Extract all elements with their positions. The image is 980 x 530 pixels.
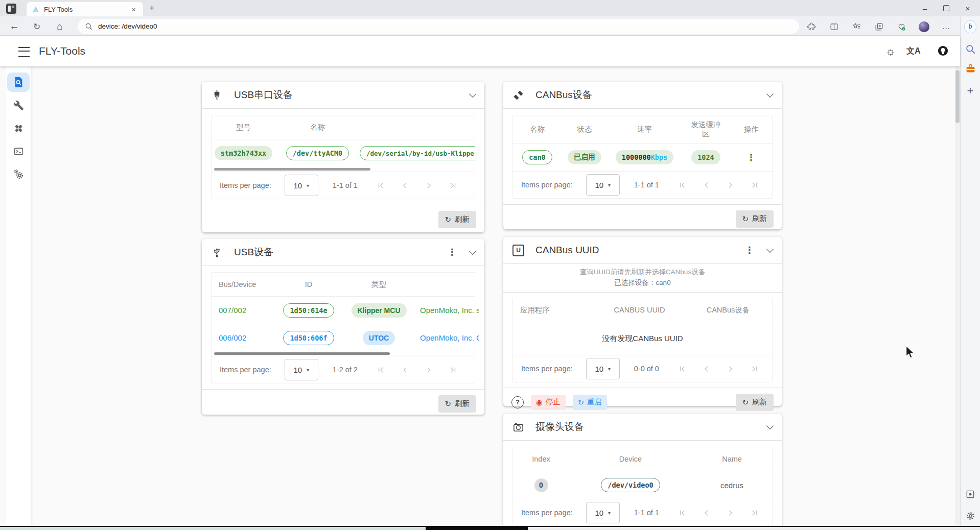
back-icon[interactable]: ← bbox=[7, 19, 21, 34]
sidebar-item-firmware[interactable] bbox=[7, 118, 30, 138]
refresh-page-icon[interactable]: ↻ bbox=[30, 19, 44, 34]
usb-vendor: OpenMoko, Inc. G bbox=[416, 333, 479, 342]
first-page-icon[interactable] bbox=[678, 364, 687, 374]
sidebar-item-terminal[interactable] bbox=[7, 141, 30, 161]
next-page-icon[interactable] bbox=[726, 180, 735, 190]
mouse-cursor bbox=[905, 345, 916, 359]
page-size-select[interactable]: 10▾ bbox=[586, 502, 620, 523]
last-page-icon[interactable] bbox=[448, 365, 458, 375]
last-page-icon[interactable] bbox=[448, 181, 458, 190]
last-page-icon[interactable] bbox=[750, 508, 759, 518]
col-name: 名称 bbox=[530, 125, 545, 134]
table-row[interactable]: can0 已启用 1000000Kbps 1024 ⋮ bbox=[513, 143, 772, 171]
page-scrollbar[interactable] bbox=[955, 66, 960, 526]
row-actions-kebab-icon[interactable]: ⋮ bbox=[746, 152, 756, 163]
window-close-button[interactable]: × bbox=[956, 0, 979, 16]
restart-button[interactable]: ↻重启 bbox=[573, 395, 607, 410]
col-canbus-device: CANBus设备 bbox=[707, 305, 750, 315]
sidebar-item-settings[interactable] bbox=[7, 164, 30, 184]
tab-actions-icon[interactable] bbox=[6, 4, 16, 14]
card-menu-kebab-icon[interactable]: ⋮ bbox=[448, 247, 457, 258]
first-page-icon[interactable] bbox=[376, 181, 386, 190]
items-per-page-label: Items per page: bbox=[521, 181, 573, 189]
sidebar-add-icon[interactable]: + bbox=[964, 85, 976, 97]
table-row[interactable]: 0 /dev/video0 cedrus bbox=[513, 471, 772, 499]
refresh-button[interactable]: ↻刷新 bbox=[438, 211, 476, 228]
browser-menu-icon[interactable]: … bbox=[940, 20, 952, 33]
copilot-icon[interactable]: b bbox=[964, 20, 976, 33]
translate-icon[interactable]: 文A bbox=[906, 46, 921, 57]
last-page-icon[interactable] bbox=[750, 364, 759, 374]
card-canbus-uuid-header: U CANBus UUID ⋮ bbox=[503, 237, 782, 264]
maximize-icon bbox=[943, 5, 949, 11]
buffer-chip: 1024 bbox=[691, 150, 720, 164]
new-tab-button[interactable]: + bbox=[149, 3, 155, 14]
browser-tab[interactable]: FLY-Tools × bbox=[27, 2, 143, 16]
home-icon[interactable]: ⌂ bbox=[53, 19, 67, 34]
window-maximize-button[interactable] bbox=[935, 0, 958, 16]
sidebar-search-icon[interactable] bbox=[964, 43, 976, 55]
cable-icon bbox=[512, 89, 524, 101]
github-icon[interactable] bbox=[937, 45, 949, 57]
menu-icon[interactable] bbox=[18, 47, 30, 57]
horizontal-scrollbar[interactable] bbox=[214, 352, 390, 355]
extensions-icon[interactable] bbox=[805, 20, 818, 33]
sidebar-item-device-scan[interactable] bbox=[7, 73, 30, 92]
sidebar-screenshot-icon[interactable] bbox=[964, 488, 976, 500]
model-chip: stm32h743xx bbox=[215, 146, 272, 160]
chevron-down-icon[interactable] bbox=[766, 90, 774, 98]
horizontal-scrollbar[interactable] bbox=[214, 168, 370, 171]
table-row[interactable]: 007/002 1d50:614e Klipper MCU OpenMoko, … bbox=[212, 297, 475, 324]
page-size-select[interactable]: 10▾ bbox=[285, 359, 318, 380]
help-icon[interactable]: ? bbox=[511, 396, 524, 408]
header-divider bbox=[926, 46, 926, 57]
next-page-icon[interactable] bbox=[726, 508, 735, 518]
canbus-table: 名称 状态 速率 发送缓冲区 操作 can0 已启用 1000000Kbps 1… bbox=[512, 115, 773, 199]
theme-toggle-icon[interactable]: ☼ bbox=[885, 45, 896, 58]
tab-close-icon[interactable]: × bbox=[129, 5, 138, 14]
refresh-button[interactable]: ↻刷新 bbox=[438, 395, 476, 413]
sidebar-office-icon[interactable] bbox=[964, 62, 976, 75]
stop-button[interactable]: ◉停止 bbox=[531, 395, 566, 410]
sidebar-settings-icon[interactable] bbox=[964, 510, 976, 522]
next-page-icon[interactable] bbox=[424, 181, 434, 190]
refresh-button[interactable]: ↻刷新 bbox=[736, 394, 774, 411]
card-usb-header: USB设备 ⋮ bbox=[202, 239, 484, 266]
chevron-down-icon[interactable] bbox=[766, 246, 774, 253]
page-size-select[interactable]: 10▾ bbox=[586, 174, 620, 196]
favorites-icon[interactable] bbox=[850, 20, 862, 33]
prev-page-icon[interactable] bbox=[400, 181, 410, 190]
chevron-down-icon[interactable] bbox=[469, 90, 476, 98]
table-row[interactable]: stm32h743xx /dev/ttyACM0 /dev/serial/by-… bbox=[212, 139, 475, 167]
page-size-select[interactable]: 10▾ bbox=[285, 175, 318, 196]
first-page-icon[interactable] bbox=[376, 365, 386, 375]
split-screen-icon[interactable] bbox=[828, 20, 840, 33]
bing-icon: b bbox=[964, 20, 976, 33]
prev-page-icon[interactable] bbox=[702, 364, 711, 374]
page-scrollbar-thumb[interactable] bbox=[955, 70, 960, 123]
chevron-down-icon[interactable] bbox=[766, 422, 774, 429]
next-page-icon[interactable] bbox=[424, 365, 434, 375]
prev-page-icon[interactable] bbox=[702, 180, 711, 190]
window-minimize-button[interactable]: – bbox=[914, 0, 936, 16]
paginator: Items per page: 10▾ 1-1 of 1 bbox=[513, 171, 772, 198]
browser-essentials-icon[interactable] bbox=[895, 20, 907, 33]
card-menu-kebab-icon[interactable]: ⋮ bbox=[745, 245, 754, 256]
next-page-icon[interactable] bbox=[726, 364, 735, 374]
chevron-down-icon[interactable] bbox=[469, 248, 476, 255]
uuid-icon: U bbox=[512, 245, 524, 256]
first-page-icon[interactable] bbox=[678, 180, 687, 190]
profile-avatar[interactable] bbox=[918, 20, 930, 33]
refresh-button[interactable]: ↻刷新 bbox=[736, 210, 774, 228]
sidebar-item-tools[interactable] bbox=[7, 95, 30, 115]
first-page-icon[interactable] bbox=[678, 508, 687, 518]
last-page-icon[interactable] bbox=[750, 180, 759, 190]
collections-icon[interactable] bbox=[873, 20, 885, 33]
table-row[interactable]: 006/002 1d50:606f UTOC OpenMoko, Inc. G bbox=[212, 324, 475, 351]
prev-page-icon[interactable] bbox=[400, 365, 410, 375]
address-bar[interactable]: device: /dev/video0 bbox=[78, 19, 799, 34]
prev-page-icon[interactable] bbox=[702, 508, 711, 518]
page-size-select[interactable]: 10▾ bbox=[586, 358, 620, 379]
paginator: Items per page: 10▾ 1-2 of 2 bbox=[212, 356, 475, 383]
card-canbus-header: CANBus设备 bbox=[503, 82, 782, 109]
